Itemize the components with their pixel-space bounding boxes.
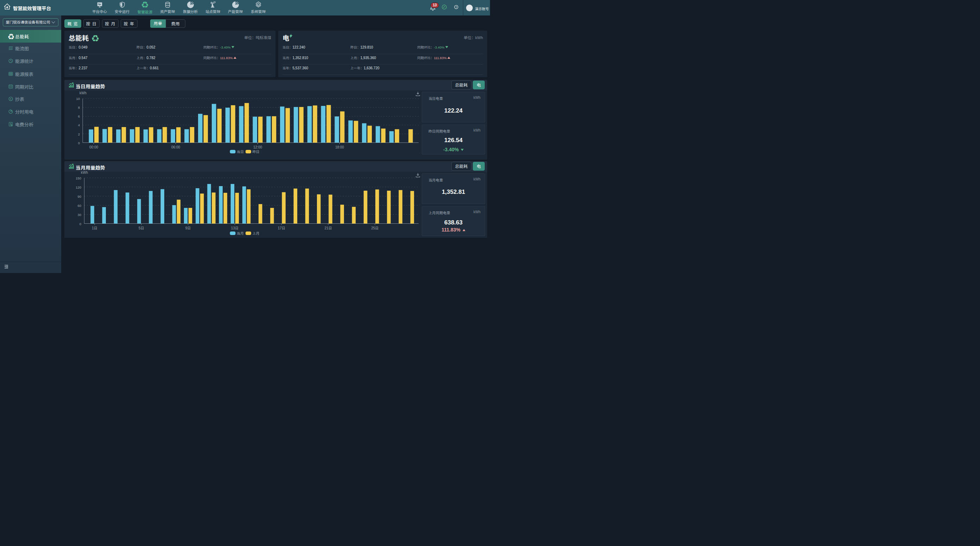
svg-text:06:00: 06:00 — [171, 145, 180, 149]
svg-text:30: 30 — [77, 213, 81, 217]
svg-text:当日: 当日 — [237, 150, 244, 154]
svg-text:4: 4 — [78, 123, 80, 127]
svg-text:17日: 17日 — [278, 226, 285, 230]
svg-text:2: 2 — [78, 132, 80, 136]
svg-text:0: 0 — [78, 141, 80, 145]
svg-text:00:00: 00:00 — [89, 145, 98, 149]
svg-text:6: 6 — [78, 114, 80, 118]
svg-text:当月: 当月 — [237, 231, 244, 236]
svg-text:12:00: 12:00 — [253, 145, 262, 149]
svg-text:60: 60 — [77, 204, 81, 208]
svg-text:150: 150 — [76, 176, 81, 180]
svg-text:10: 10 — [76, 97, 80, 100]
svg-text:120: 120 — [76, 185, 81, 189]
svg-text:昨日: 昨日 — [253, 150, 259, 154]
svg-text:18:00: 18:00 — [335, 145, 344, 149]
svg-text:kWh: kWh — [81, 170, 88, 175]
svg-text:8: 8 — [78, 105, 80, 110]
svg-text:13日: 13日 — [231, 226, 239, 230]
svg-text:5日: 5日 — [138, 226, 144, 230]
svg-text:90: 90 — [77, 194, 81, 198]
svg-text:25日: 25日 — [371, 226, 379, 230]
svg-text:0: 0 — [80, 222, 81, 226]
svg-text:上月: 上月 — [253, 231, 259, 236]
svg-text:21日: 21日 — [325, 226, 332, 230]
svg-text:kWh: kWh — [80, 91, 86, 95]
svg-text:1日: 1日 — [92, 226, 97, 230]
svg-text:9日: 9日 — [185, 226, 191, 230]
